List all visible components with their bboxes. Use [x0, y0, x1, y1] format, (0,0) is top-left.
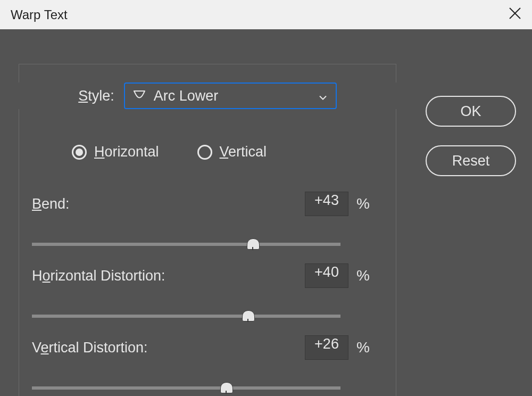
bend-unit: %	[348, 195, 378, 212]
horizontal-distortion-label: Horizontal Distortion:	[32, 268, 305, 284]
dialog-title: Warp Text	[11, 7, 68, 22]
style-select-value: Arc Lower	[154, 88, 219, 104]
orientation-vertical-radio[interactable]: Vertical	[197, 144, 267, 160]
slider-track	[32, 315, 340, 318]
vertical-distortion-input[interactable]: +26	[305, 335, 348, 360]
horizontal-distortion-unit: %	[348, 267, 378, 284]
orientation-vertical-label: Vertical	[220, 144, 267, 160]
vertical-distortion-param: Vertical Distortion: +26 %	[32, 335, 378, 396]
chevron-down-icon	[319, 88, 327, 104]
horizontal-distortion-input[interactable]: +40	[305, 263, 348, 288]
radio-icon	[197, 145, 212, 160]
vertical-distortion-unit: %	[348, 339, 378, 356]
style-label: Style:	[78, 88, 114, 104]
buttons-column: OK Reset	[426, 96, 516, 176]
horizontal-distortion-param: Horizontal Distortion: +40 %	[32, 263, 378, 325]
bend-param: Bend: +43 %	[32, 192, 378, 253]
style-row: Style: Arc Lower	[19, 82, 396, 109]
bend-slider[interactable]	[32, 237, 340, 253]
horizontal-distortion-slider[interactable]	[32, 309, 340, 325]
vertical-distortion-label: Vertical Distortion:	[32, 340, 305, 356]
arc-lower-icon	[132, 89, 146, 102]
style-select[interactable]: Arc Lower	[124, 82, 337, 109]
orientation-horizontal-label: Horizontal	[94, 144, 159, 160]
bend-label: Bend:	[32, 196, 305, 212]
dialog-body: Style: Arc Lower Horizontal Vertical Ben…	[0, 29, 532, 396]
slider-track	[32, 243, 340, 246]
orientation-row: Horizontal Vertical	[19, 144, 396, 160]
titlebar: Warp Text	[0, 0, 532, 29]
reset-button[interactable]: Reset	[426, 145, 516, 176]
orientation-horizontal-radio[interactable]: Horizontal	[72, 144, 159, 160]
close-icon[interactable]	[509, 6, 521, 23]
slider-track	[32, 386, 340, 390]
ok-button[interactable]: OK	[426, 96, 516, 127]
radio-icon	[72, 145, 87, 160]
bend-input[interactable]: +43	[305, 192, 348, 216]
vertical-distortion-slider[interactable]	[32, 381, 340, 396]
